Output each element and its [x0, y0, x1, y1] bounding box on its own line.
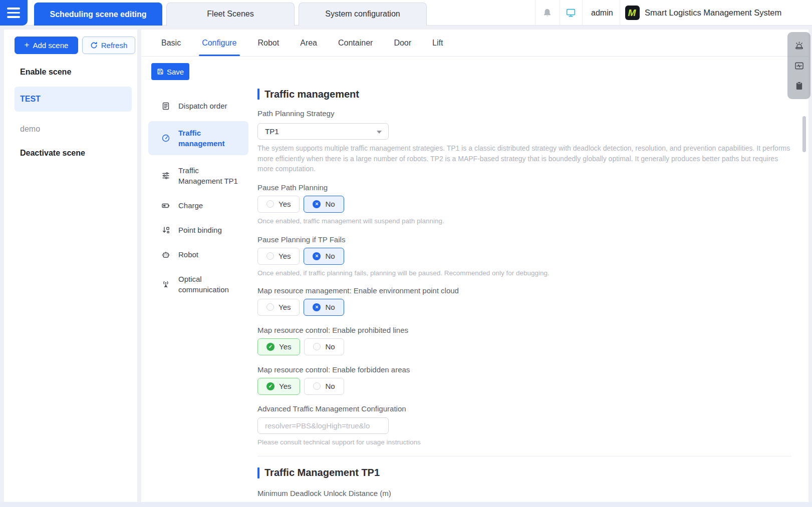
section-accent-bar [257, 89, 259, 100]
nav-item-dispatch-order[interactable]: Dispatch order [148, 97, 248, 115]
robot-icon [161, 250, 170, 259]
traffic-management-form: Traffic management Path Planning Strateg… [257, 80, 791, 502]
add-scene-button[interactable]: + Add scene [15, 37, 78, 54]
chevron-down-icon [377, 131, 382, 134]
path-planning-description: The system supports multiple traffic man… [257, 143, 791, 174]
siren-icon [794, 41, 804, 51]
radio-dot-check-icon [266, 382, 275, 390]
menu-toggle-button[interactable] [0, 0, 28, 26]
nav-item-traffic-management-tp1[interactable]: Traffic Management TP1 [148, 161, 248, 190]
nav-item-traffic-management[interactable]: Traffic management [148, 121, 248, 155]
advanced-config-input[interactable] [257, 417, 389, 434]
bottom-scroll-area [0, 502, 812, 507]
tab-area[interactable]: Area [297, 30, 320, 56]
enable-scene-header: Enable scene [20, 68, 137, 77]
yes-no-toggle: Yes No [257, 196, 791, 213]
option-no-selected[interactable]: No [304, 196, 344, 213]
option-no[interactable]: No [304, 378, 344, 395]
tab-configure[interactable]: Configure [199, 30, 239, 56]
floating-toolbar [787, 32, 810, 99]
tab-basic[interactable]: Basic [158, 30, 184, 56]
monitor-chart-button[interactable] [789, 56, 809, 76]
radio-dot-x-icon [313, 200, 321, 208]
option-yes-selected[interactable]: Yes [257, 338, 300, 355]
scene-item-test[interactable]: TEST [15, 87, 132, 112]
point-binding-icon [161, 226, 170, 235]
deactivate-scene-header: Deactivate scene [20, 149, 137, 158]
app-title: Smart Logistics Management System [645, 0, 781, 26]
configure-content: Dispatch order Traffic management Traffi… [141, 80, 808, 502]
tab-scheduling-scene-editing[interactable]: Scheduling scene editing [34, 3, 162, 26]
radio-dot-check-icon [266, 343, 275, 351]
yes-no-toggle: Yes No [257, 248, 791, 265]
gauge-icon [161, 134, 170, 143]
yes-no-toggle: Yes No [257, 338, 791, 355]
tab-container[interactable]: Container [335, 30, 376, 56]
section-title-traffic-management-tp1: Traffic Management TP1 [257, 467, 791, 479]
save-button[interactable]: Save [151, 63, 189, 80]
document-icon [161, 102, 170, 111]
alarm-panel-button[interactable] [789, 36, 809, 56]
option-yes[interactable]: Yes [257, 196, 300, 213]
editor-tabs: Basic Configure Robot Area Container Doo… [141, 30, 808, 57]
user-menu[interactable]: admin [591, 0, 613, 26]
antenna-icon [161, 280, 170, 289]
save-icon [157, 68, 164, 75]
scene-list: TEST demo [4, 87, 137, 134]
option-no-selected[interactable]: No [304, 299, 344, 316]
advanced-config-help: Please consult technical support for usa… [257, 438, 791, 446]
setting-help: Once enabled, traffic management will su… [257, 217, 791, 225]
bell-icon [543, 8, 552, 18]
scene-item-demo[interactable]: demo [15, 125, 132, 134]
section-accent-bar [257, 467, 259, 478]
setting-label-enable-prohibited-lines: Map resource control: Enable prohibited … [257, 326, 791, 335]
advanced-config-label: Advanced Traffic Management Configuratio… [257, 404, 791, 413]
vertical-scrollbar-thumb[interactable] [802, 116, 806, 152]
notifications-button[interactable] [535, 0, 560, 26]
nav-item-robot[interactable]: Robot [148, 245, 248, 264]
radio-dot [266, 252, 274, 260]
refresh-button[interactable]: Refresh [82, 37, 135, 54]
nav-item-charge[interactable]: Charge [148, 196, 248, 215]
clipboard-icon [794, 81, 804, 91]
section-divider [257, 456, 791, 456]
tab-system-configuration[interactable]: System configuration [299, 3, 427, 26]
save-bar: Save [141, 57, 808, 80]
scene-editor-card: Basic Configure Robot Area Container Doo… [141, 30, 808, 502]
yes-no-toggle: Yes No [257, 378, 791, 395]
clipboard-button[interactable] [789, 76, 809, 96]
option-no-selected[interactable]: No [304, 248, 344, 265]
setting-label-pause-path-planning: Pause Path Planning [257, 183, 791, 192]
option-yes[interactable]: Yes [257, 299, 300, 316]
monitor-icon [566, 8, 576, 18]
radio-dot-x-icon [313, 303, 321, 311]
monitor-view-button[interactable] [560, 0, 582, 26]
tab-lift[interactable]: Lift [429, 30, 446, 56]
chart-monitor-icon [794, 61, 804, 71]
refresh-icon [90, 42, 98, 49]
window-tabs: Scheduling scene editing Fleet Scenes Sy… [34, 3, 427, 26]
path-planning-strategy-select[interactable]: TP1 [257, 123, 389, 140]
path-planning-strategy-label: Path Planning Strategy [257, 109, 791, 118]
nav-item-optical-communication[interactable]: Optical communication [148, 270, 248, 299]
radio-dot [266, 303, 274, 311]
nav-item-point-binding[interactable]: Point binding [148, 221, 248, 239]
header-divider [582, 0, 583, 26]
tab-fleet-scenes[interactable]: Fleet Scenes [166, 3, 295, 26]
app-logo: M [625, 6, 640, 20]
tab-robot[interactable]: Robot [255, 30, 283, 56]
min-deadlock-distance-label: Minimum Deadlock Unlock Distance (m) [257, 489, 791, 498]
radio-dot [266, 200, 274, 208]
battery-icon [161, 201, 170, 210]
option-yes-selected[interactable]: Yes [257, 378, 300, 395]
setting-label-enable-forbidden-areas: Map resource control: Enable forbidden a… [257, 365, 791, 374]
radio-dot-x-icon [313, 252, 321, 260]
option-no[interactable]: No [304, 338, 344, 355]
tab-door[interactable]: Door [391, 30, 414, 56]
radio-dot [313, 382, 321, 390]
radio-dot [313, 343, 321, 350]
hamburger-icon [7, 8, 20, 10]
setting-help: Once enabled, if traffic planning fails,… [257, 269, 791, 277]
section-title-traffic-management: Traffic management [257, 88, 791, 100]
option-yes[interactable]: Yes [257, 248, 300, 265]
